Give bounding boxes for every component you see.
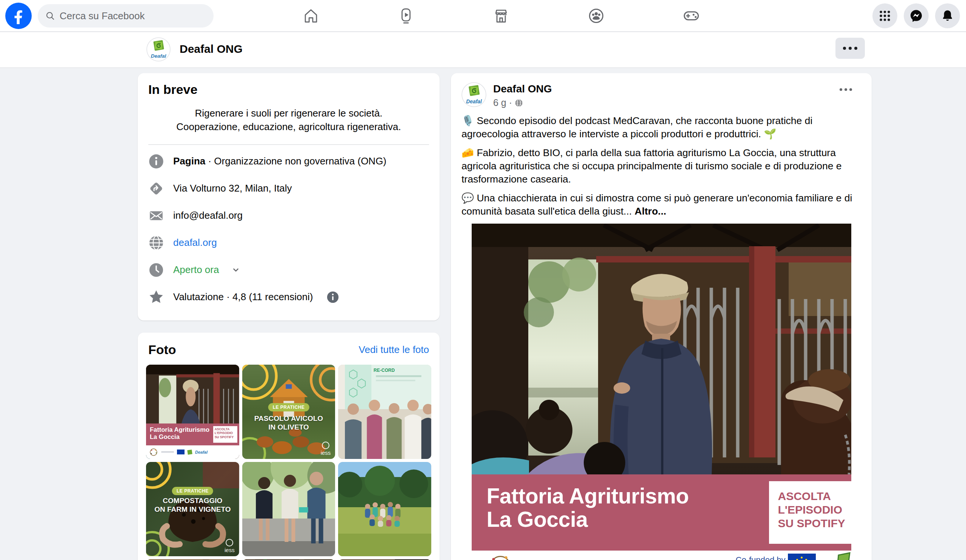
- messenger-icon: [909, 9, 923, 23]
- photo-thumbnail-pascolo-avicolo[interactable]: LE PRATICHE PASCOLO AVICOLO IN OLIVETO i…: [242, 365, 335, 459]
- page-address-text: Via Volturno 32, Milan, Italy: [173, 183, 292, 194]
- nav-groups-tab[interactable]: [574, 0, 618, 32]
- banner-title: Fattoria Agriturismo La Goccia: [487, 484, 689, 531]
- info-icon: [148, 154, 164, 169]
- post-text: 🎙️ Secondo episodio del podcast MedCarav…: [451, 110, 872, 218]
- nav-watch-tab[interactable]: [384, 0, 428, 32]
- email-icon: [148, 208, 164, 224]
- more-options-icon: [843, 47, 846, 50]
- photo-thumbnail-fattoria[interactable]: Fattoria Agriturismo La Goccia ASCOLTA L…: [146, 365, 239, 459]
- iess-logo: iess: [321, 442, 331, 456]
- page-website-row: deafal.org: [148, 229, 429, 256]
- medcaravan-logo: [149, 448, 158, 457]
- photos-title: Foto: [148, 342, 176, 357]
- post-paragraph: 🧀 Fabrizio, detto BIO, ci parla della su…: [462, 146, 861, 186]
- page-email-text: info@deafal.org: [173, 210, 243, 221]
- open-status-text: Aperto ora: [173, 264, 219, 276]
- photo-thumbnail-group-photo[interactable]: [338, 462, 431, 556]
- seated-people-thumb-art: [242, 462, 335, 556]
- post-more-options-button[interactable]: [840, 88, 852, 91]
- partner-logo-strip: Co-funded by the: [472, 550, 851, 560]
- search-input[interactable]: Cerca su Facebook: [38, 4, 214, 28]
- eu-flag: [788, 553, 816, 560]
- facebook-logo[interactable]: [5, 3, 32, 29]
- page-rating-row: Valutazione · 4,8 (11 recensioni): [148, 283, 429, 311]
- page-category-text: Pagina · Organizzazione non governativa …: [173, 156, 386, 167]
- photo-thumbnail-compostaggio[interactable]: LE PRATICHE COMPOSTAGGIO ON FARM IN VIGN…: [146, 462, 239, 556]
- avatar-brand-text: Deafal: [466, 98, 482, 105]
- post-header: Deafal Deafal ONG 6 g ·: [451, 73, 872, 110]
- chevron-down-icon: [232, 266, 240, 274]
- intro-card: In breve Rigenerare i suoli per rigenera…: [138, 73, 440, 321]
- directions-icon: [148, 181, 164, 196]
- post-paragraph: 💬 Una chiacchierata in cui si dimostra c…: [462, 192, 861, 218]
- rating-info-icon[interactable]: [326, 291, 339, 304]
- privacy-globe-icon: [515, 99, 523, 107]
- page-hours-row[interactable]: Aperto ora: [148, 256, 429, 283]
- home-icon: [302, 7, 320, 25]
- page-email-row: info@deafal.org: [148, 202, 429, 229]
- star-icon: [148, 289, 164, 305]
- post-card: Deafal Deafal ONG 6 g · 🎙️ Secondo episo…: [451, 73, 872, 560]
- post-author-name[interactable]: Deafal ONG: [493, 82, 552, 95]
- group-thumb-art: [338, 462, 431, 556]
- thumb-logo-strip: Deafal: [146, 445, 239, 459]
- globe-icon: [148, 235, 164, 251]
- post-meta: 6 g ·: [493, 97, 552, 108]
- avatar-brand-text: Deafal: [151, 53, 166, 59]
- page-category-row: Pagina · Organizzazione non governativa …: [148, 148, 429, 175]
- eu-flag-mini: [177, 450, 184, 454]
- deafal-flag-logo: [835, 552, 851, 560]
- thumb-pill: LE PRATICHE: [268, 403, 309, 411]
- see-all-photos-link[interactable]: Vedi tutte le foto: [359, 344, 429, 355]
- facebook-f-icon: [10, 8, 27, 24]
- episode-banner: Fattoria Agriturismo La Goccia ASCOLTA L…: [472, 475, 851, 550]
- post-attachment[interactable]: Fattoria Agriturismo La Goccia ASCOLTA L…: [451, 224, 872, 560]
- nav-gaming-tab[interactable]: [669, 0, 713, 32]
- divider: [148, 144, 429, 145]
- intro-title: In breve: [148, 82, 429, 97]
- website-link[interactable]: deafal.org: [173, 237, 217, 249]
- photo-grid: Fattoria Agriturismo La Goccia ASCOLTA L…: [146, 365, 431, 560]
- post-paragraph: 🎙️ Secondo episodio del podcast MedCarav…: [462, 114, 861, 141]
- clock-icon: [148, 262, 164, 278]
- thumb-banner: Fattoria Agriturismo La Goccia ASCOLTA L…: [146, 424, 239, 445]
- nav-home-tab[interactable]: [289, 0, 333, 32]
- search-icon: [45, 11, 55, 21]
- record-slide-title: RE-CORD: [374, 368, 395, 373]
- thumb-title: PASCOLO AVICOLO IN OLIVETO: [242, 414, 335, 432]
- thumb-spotify-cta: ASCOLTA L'EPISODIO SU SPOTIFY: [213, 426, 237, 443]
- top-navigation-bar: Cerca su Facebook: [0, 0, 966, 32]
- barn-scene-art: [472, 224, 851, 475]
- medcaravan-logo: [487, 552, 514, 560]
- page-header-bar: Deafal Deafal ONG: [0, 32, 966, 68]
- menu-grid-icon: [879, 10, 891, 22]
- deafal-logo-mini: [187, 450, 192, 455]
- groups-icon: [587, 7, 605, 25]
- iess-logo: iess: [225, 539, 235, 553]
- barn-photo: [472, 224, 851, 475]
- photo-thumbnail-record-meeting[interactable]: RE-CORD: [338, 365, 431, 459]
- video-icon: [398, 7, 415, 25]
- post-avatar[interactable]: Deafal: [462, 82, 486, 107]
- page-tagline: Rigenerare i suoli per rigenerare le soc…: [148, 107, 429, 134]
- search-placeholder: Cerca su Facebook: [60, 10, 145, 22]
- main-nav-tabs: [289, 0, 713, 32]
- meeting-thumb-art: [338, 365, 431, 459]
- page-title[interactable]: Deafal ONG: [180, 43, 243, 56]
- more-options-icon: [840, 88, 842, 91]
- page-more-options-button[interactable]: [835, 38, 865, 59]
- notifications-button[interactable]: [935, 3, 960, 28]
- page-avatar[interactable]: Deafal: [146, 37, 171, 61]
- nav-marketplace-tab[interactable]: [479, 0, 523, 32]
- bell-icon: [941, 9, 954, 23]
- see-more-link[interactable]: Altro...: [635, 206, 666, 217]
- page-info-column: In breve Rigenerare i suoli per rigenera…: [138, 73, 440, 560]
- marketplace-icon: [493, 7, 510, 25]
- thumb-pill: LE PRATICHE: [172, 487, 213, 495]
- photo-thumbnail-workshop[interactable]: [242, 462, 335, 556]
- photos-card: Foto Vedi tutte le foto: [138, 332, 440, 560]
- messenger-button[interactable]: [904, 3, 929, 28]
- post-image: Fattoria Agriturismo La Goccia ASCOLTA L…: [472, 224, 851, 560]
- menu-grid-button[interactable]: [872, 3, 897, 28]
